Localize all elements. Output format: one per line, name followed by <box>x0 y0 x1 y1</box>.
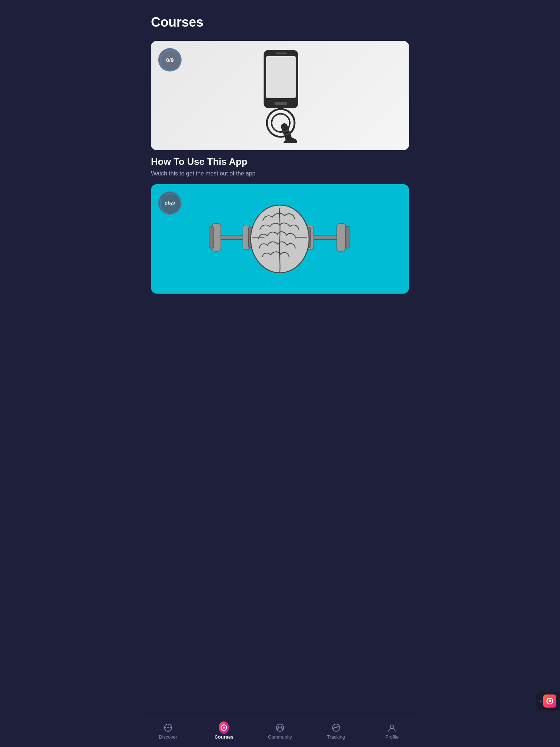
course-bg-teal <box>151 184 409 294</box>
course-card-2[interactable]: 0/52 <box>151 184 409 294</box>
svg-point-38 <box>281 726 282 728</box>
course-description-1: Watch this to get the most out of the ap… <box>151 170 409 177</box>
svg-point-37 <box>278 726 279 728</box>
svg-point-24 <box>160 194 181 214</box>
courses-icon <box>219 723 229 733</box>
discover-icon <box>163 723 173 733</box>
brain-dumbbell-illustration <box>164 190 396 288</box>
svg-point-40 <box>390 725 394 728</box>
svg-rect-18 <box>313 235 338 240</box>
nav-label-discover: Discover <box>159 734 178 740</box>
nav-label-courses: Courses <box>214 734 233 740</box>
svg-rect-19 <box>337 224 346 251</box>
svg-point-28 <box>167 727 169 728</box>
nav-item-profile[interactable]: Profile <box>364 723 420 740</box>
community-icon <box>275 723 285 733</box>
nav-item-community[interactable]: Community <box>252 723 308 740</box>
progress-ring-1 <box>159 49 182 72</box>
svg-point-35 <box>223 724 225 725</box>
svg-point-34 <box>223 727 225 728</box>
page-title: Courses <box>151 15 409 30</box>
svg-rect-13 <box>220 235 245 240</box>
progress-badge-1: 0/9 <box>158 48 182 71</box>
svg-rect-12 <box>209 227 214 248</box>
courses-list: 0/9 How To Use This App Watch this to ge… <box>140 37 420 345</box>
profile-icon <box>387 723 397 733</box>
nav-item-tracking[interactable]: Tracking <box>308 723 364 740</box>
course-card-1[interactable]: 0/9 How To Use This App Watch this to ge… <box>151 41 409 177</box>
svg-rect-1 <box>266 56 296 98</box>
svg-rect-3 <box>275 102 287 105</box>
progress-badge-2: 0/52 <box>158 191 182 215</box>
page-header: Courses <box>140 0 420 37</box>
nav-label-community: Community <box>268 734 292 740</box>
course-image-1: 0/9 <box>151 41 409 150</box>
nav-item-discover[interactable]: Discover <box>140 723 196 740</box>
svg-rect-20 <box>346 227 350 248</box>
phone-touch-illustration <box>244 48 316 143</box>
svg-point-10 <box>160 50 181 71</box>
nav-item-courses[interactable]: Courses <box>196 723 252 740</box>
tracking-icon <box>331 723 341 733</box>
course-title-1: How To Use This App <box>151 156 409 167</box>
progress-ring-2 <box>159 192 182 216</box>
svg-rect-2 <box>276 53 287 54</box>
nav-label-tracking: Tracking <box>327 734 345 740</box>
nav-label-profile: Profile <box>385 734 399 740</box>
bottom-nav: Discover Courses Community <box>140 719 420 747</box>
course-bg-light <box>151 41 409 150</box>
course-image-2: 0/52 <box>151 184 409 294</box>
